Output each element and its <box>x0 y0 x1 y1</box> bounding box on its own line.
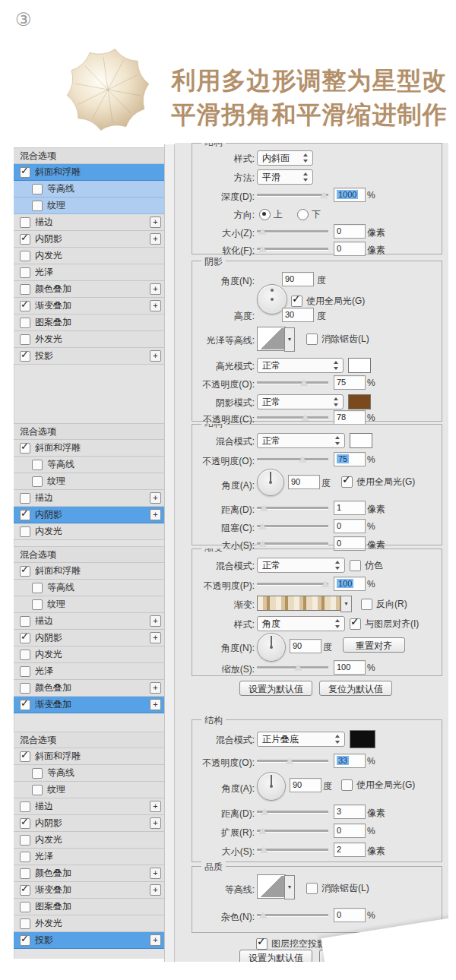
highlight-mode-dropdown[interactable]: 正常 <box>257 358 344 373</box>
slider-thumb-icon[interactable] <box>258 523 267 530</box>
slider-thumb-icon[interactable] <box>320 191 328 198</box>
checkbox-icon[interactable] <box>20 234 30 245</box>
plus-icon[interactable]: + <box>150 283 161 295</box>
slider-thumb-icon[interactable] <box>258 540 267 547</box>
sidebar-item-color-overlay[interactable]: 颜色叠加+ <box>14 281 164 298</box>
plus-icon[interactable]: + <box>150 350 161 362</box>
drop-shadow-color-swatch[interactable] <box>350 730 375 748</box>
checkbox-icon[interactable] <box>20 318 30 328</box>
sidebar-item-contour[interactable]: 等高线 <box>14 765 164 782</box>
anti-alias-checkbox[interactable]: 消除锯齿(L) <box>306 333 369 346</box>
checkbox-icon[interactable] <box>20 334 30 345</box>
opacity-input[interactable]: 100 <box>334 577 366 591</box>
scale-slider[interactable] <box>257 662 328 672</box>
set-default-button[interactable]: 设置为默认值 <box>239 681 312 696</box>
blend-mode-dropdown[interactable]: 正常 <box>257 433 345 448</box>
slider-thumb-icon[interactable] <box>260 846 268 853</box>
sidebar-item-gradient-overlay[interactable]: 渐变叠加+ <box>14 882 164 899</box>
opacity-input[interactable]: 33 <box>334 754 366 768</box>
contour-picker[interactable]: ▾ <box>257 874 286 899</box>
inner-shadow-color-swatch[interactable] <box>350 433 372 448</box>
plus-icon[interactable]: + <box>150 699 161 710</box>
slider-thumb-icon[interactable] <box>321 580 330 587</box>
distance-slider[interactable] <box>257 503 328 512</box>
checkbox-icon[interactable] <box>20 616 30 627</box>
sidebar-item-bevel-and-emboss[interactable]: 斜面和浮雕 <box>14 440 164 457</box>
checkbox-icon[interactable] <box>20 251 30 261</box>
highlight-color-swatch[interactable] <box>348 358 371 373</box>
scale-input[interactable]: 100 <box>334 660 366 675</box>
reverse-checkbox[interactable]: 反向(R) <box>361 598 407 611</box>
slider-thumb-icon[interactable] <box>258 228 267 235</box>
highlight-opacity-input[interactable]: 75 <box>334 375 366 390</box>
checkbox-icon[interactable] <box>20 852 30 862</box>
checkbox-icon[interactable] <box>20 700 30 710</box>
slider-thumb-icon[interactable] <box>299 456 307 463</box>
highlight-opacity-slider[interactable] <box>257 378 328 387</box>
checkbox-icon[interactable] <box>20 935 30 946</box>
gloss-contour-picker[interactable]: ▾ <box>257 327 286 351</box>
sidebar-item-stroke[interactable]: 描边+ <box>14 798 164 815</box>
use-global-light-checkbox[interactable]: 使用全局光(G) <box>291 295 365 308</box>
checkbox-icon[interactable] <box>20 650 30 660</box>
plus-icon[interactable]: + <box>150 801 161 812</box>
sidebar-item-pattern-overlay[interactable]: 图案叠加 <box>14 899 164 915</box>
checkbox-icon[interactable] <box>32 184 43 194</box>
checkbox-icon[interactable] <box>20 301 30 311</box>
sidebar-item-inner-shadow[interactable]: 内阴影+ <box>14 630 164 646</box>
slider-thumb-icon[interactable] <box>286 757 294 764</box>
checkbox-icon[interactable] <box>20 801 30 812</box>
sidebar-item-inner-glow[interactable]: 内发光 <box>14 248 164 264</box>
method-dropdown[interactable]: 平滑 <box>257 169 313 185</box>
direction-up-radio[interactable]: 上 <box>259 208 283 221</box>
opacity-slider[interactable] <box>257 579 328 588</box>
depth-input[interactable]: 1000 <box>334 188 366 202</box>
sidebar-item-contour[interactable]: 等高线 <box>14 181 164 198</box>
sidebar-item-bevel-and-emboss[interactable]: 斜面和浮雕 <box>14 164 164 181</box>
blend-mode-dropdown[interactable]: 正常 <box>257 558 345 573</box>
sidebar-item-inner-shadow[interactable]: 内阴影+ <box>14 815 164 832</box>
checkbox-icon[interactable] <box>20 683 30 694</box>
plus-icon[interactable]: + <box>150 615 161 627</box>
slider-thumb-icon[interactable] <box>261 808 269 815</box>
sidebar-item-bevel-and-emboss[interactable]: 斜面和浮雕 <box>14 748 164 765</box>
choke-slider[interactable] <box>257 521 328 530</box>
sidebar-item-satin[interactable]: 光泽 <box>14 264 164 281</box>
sidebar-item-color-overlay[interactable]: 颜色叠加+ <box>14 865 164 882</box>
opacity-slider[interactable] <box>257 454 328 463</box>
depth-slider[interactable] <box>257 190 328 199</box>
checkbox-icon[interactable] <box>32 583 43 593</box>
angle-input[interactable]: 90 <box>282 272 314 286</box>
checkbox-icon[interactable] <box>20 167 30 178</box>
angle-dial[interactable] <box>257 772 286 801</box>
noise-input[interactable]: 0 <box>334 908 366 922</box>
plus-icon[interactable]: + <box>150 233 161 245</box>
slider-thumb-icon[interactable] <box>294 664 302 671</box>
plus-icon[interactable]: + <box>150 300 161 311</box>
distance-input[interactable]: 1 <box>334 501 366 515</box>
checkbox-icon[interactable] <box>20 284 30 295</box>
sidebar-header-blending-options[interactable]: 混合选项 <box>14 147 164 164</box>
align-with-layer-checkbox[interactable]: 与图层对齐(I) <box>350 618 419 631</box>
sidebar-item-inner-shadow[interactable]: 内阴影+ <box>14 507 164 523</box>
style-dropdown[interactable]: 角度 <box>257 616 345 631</box>
opacity-slider[interactable] <box>257 756 328 765</box>
soften-slider[interactable] <box>257 244 328 253</box>
checkbox-icon[interactable] <box>20 885 30 896</box>
chevron-down-icon[interactable]: ▾ <box>284 327 295 352</box>
slider-thumb-icon[interactable] <box>299 379 308 386</box>
sidebar-item-contour[interactable]: 等高线 <box>14 457 164 473</box>
sidebar-item-texture[interactable]: 纹理 <box>14 473 164 490</box>
checkbox-icon[interactable] <box>20 526 30 537</box>
size-slider[interactable] <box>257 539 328 548</box>
checkbox-icon[interactable] <box>20 633 30 643</box>
shadow-opacity-input[interactable]: 78 <box>334 410 366 425</box>
distance-slider[interactable] <box>257 807 328 816</box>
checkbox-icon[interactable] <box>32 460 43 470</box>
soften-input[interactable]: 0 <box>334 242 366 256</box>
sidebar-item-bevel-and-emboss[interactable]: 斜面和浮雕 <box>14 563 164 580</box>
sidebar-item-gradient-overlay[interactable]: 渐变叠加+ <box>14 697 164 713</box>
checkbox-icon[interactable] <box>20 835 30 846</box>
choke-input[interactable]: 0 <box>334 519 366 533</box>
size-slider[interactable] <box>257 226 328 236</box>
